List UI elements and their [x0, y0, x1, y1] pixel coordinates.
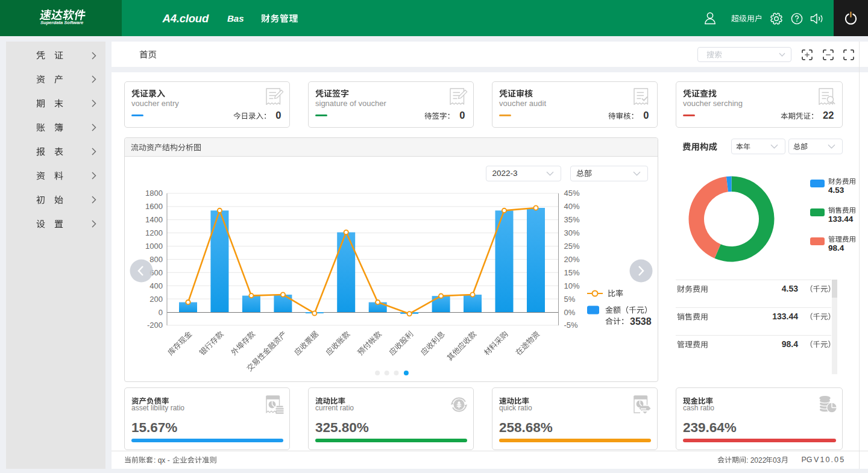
svg-text:1800: 1800	[145, 189, 163, 198]
svg-text:-5%: -5%	[564, 321, 579, 330]
svg-text:10%: 10%	[564, 281, 580, 290]
svg-text:30%: 30%	[564, 228, 580, 237]
svg-text:40%: 40%	[564, 202, 580, 211]
svg-text:-200: -200	[147, 321, 163, 330]
svg-text:20%: 20%	[564, 255, 580, 264]
svg-text:35%: 35%	[564, 215, 580, 224]
svg-text:1400: 1400	[145, 215, 163, 224]
svg-text:200: 200	[149, 295, 163, 304]
svg-text:1200: 1200	[145, 228, 163, 237]
svg-text:1600: 1600	[145, 202, 163, 211]
svg-text:5%: 5%	[564, 295, 576, 304]
svg-text:15%: 15%	[564, 268, 580, 277]
svg-text:1000: 1000	[145, 242, 163, 251]
svg-text:800: 800	[149, 255, 163, 264]
svg-text:3538: 3538	[630, 316, 652, 327]
svg-text:0: 0	[159, 308, 163, 317]
svg-text:25%: 25%	[564, 242, 580, 251]
svg-text:45%: 45%	[564, 189, 580, 198]
svg-text:0%: 0%	[564, 308, 576, 317]
svg-text:400: 400	[149, 281, 163, 290]
